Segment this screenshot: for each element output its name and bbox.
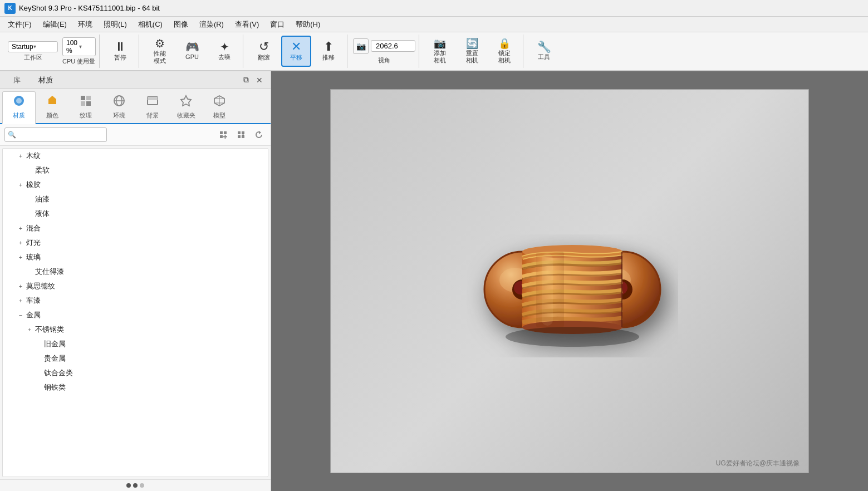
tab-color[interactable]: 颜色 (36, 92, 69, 123)
tumble-button[interactable]: ↺ 翻滚 (249, 36, 279, 67)
gpu-button[interactable]: 🎮 GPU (177, 36, 207, 67)
tree-item-blend[interactable]: + 混合 (3, 221, 268, 235)
tree-item-soft[interactable]: 柔软 (3, 163, 268, 178)
refresh-button[interactable] (252, 127, 266, 142)
panel-float-button[interactable]: ⧉ (239, 73, 253, 87)
tree-item-titanium[interactable]: 钛合金类 (3, 366, 268, 380)
library-tab-header[interactable]: 库 (4, 75, 30, 85)
library-tabs: 材质 颜色 纹理 环境 (0, 89, 271, 124)
menu-edit[interactable]: 编辑(E) (37, 17, 72, 32)
menu-window[interactable]: 窗口 (264, 17, 290, 32)
tree-item-rubber[interactable]: + 橡胶 (3, 178, 268, 192)
menu-image[interactable]: 图像 (168, 17, 194, 32)
tree-label-oldmetal: 旧金属 (44, 339, 268, 349)
pan-label: 平移 (290, 54, 302, 61)
performance-label: 性能模式 (154, 50, 166, 65)
workspace-select: Startup ▾ 工作区 (8, 36, 58, 67)
tree-item-stainless[interactable]: + 不锈钢类 (3, 322, 268, 337)
tree-label-axalta: 艾仕得漆 (35, 267, 268, 277)
expand-metal-icon: − (16, 311, 25, 320)
menu-file[interactable]: 文件(F) (2, 17, 37, 32)
tree-item-noble[interactable]: 贵金属 (3, 351, 268, 366)
denoise-button[interactable]: ✦ 去噪 (209, 36, 239, 67)
favorites-tab-icon (179, 94, 193, 110)
performance-button[interactable]: ⚙ 性能模式 (145, 36, 175, 67)
menu-lighting[interactable]: 照明(L) (98, 17, 133, 32)
add-camera-button[interactable]: 📷 添加相机 (425, 36, 455, 67)
lock-camera-label: 锁定相机 (498, 50, 511, 64)
lock-camera-button[interactable]: 🔒 锁定相机 (489, 36, 519, 67)
search-input[interactable] (4, 127, 107, 142)
material-tree: + 木纹 柔软 + 橡胶 油漆 液体 + 混合 (2, 148, 268, 477)
reset-camera-label: 重置相机 (466, 50, 478, 64)
tree-label-light: 灯光 (26, 238, 268, 248)
svg-point-43 (506, 327, 639, 347)
background-tab-icon (146, 94, 159, 110)
watermark-text: UG爱好者论坛@庆丰通视像 (716, 459, 800, 468)
main-area: 库 材质 ⧉ ✕ 材质 颜色 (0, 71, 868, 491)
dolly-icon: ⬆ (323, 41, 334, 53)
zoom-dropdown[interactable]: 100 % ▾ (62, 37, 96, 56)
tree-item-glass[interactable]: + 玻璃 (3, 250, 268, 264)
tab-environment-label: 环境 (113, 111, 125, 120)
tree-item-carlacquer[interactable]: + 车漆 (3, 293, 268, 308)
svg-rect-2 (81, 96, 85, 100)
tab-environment[interactable]: 环境 (102, 92, 136, 123)
tab-color-label: 颜色 (46, 111, 58, 120)
tree-item-wood[interactable]: + 木纹 (3, 149, 268, 163)
viewport-value: 2062.6 (376, 42, 398, 50)
reset-camera-button[interactable]: 🔄 重置相机 (457, 36, 487, 67)
tree-item-mold[interactable]: + 莫思德纹 (3, 279, 268, 293)
workspace-dropdown[interactable]: Startup ▾ (8, 41, 58, 52)
menu-help[interactable]: 帮助(H) (290, 17, 326, 32)
tools-button[interactable]: 🔧 工具 (529, 36, 559, 67)
tab-material-label: 材质 (13, 111, 25, 120)
tab-texture-label: 纹理 (80, 111, 92, 120)
tree-item-liquid[interactable]: 液体 (3, 207, 268, 221)
menu-view[interactable]: 查看(V) (229, 17, 264, 32)
expand-rubber-icon: + (16, 180, 25, 189)
tab-background[interactable]: 背景 (136, 92, 169, 123)
tree-item-axalta[interactable]: 艾仕得漆 (3, 264, 268, 279)
tree-item-paint[interactable]: 油漆 (3, 192, 268, 207)
panel-header: 库 材质 ⧉ ✕ (0, 71, 271, 89)
tree-label-glass: 玻璃 (26, 252, 268, 262)
dolly-label: 推移 (322, 54, 335, 61)
viewport[interactable]: UG爱好者论坛@庆丰通视像 (271, 71, 868, 491)
tab-favorites-label: 收藏夹 (177, 111, 195, 120)
create-material-button[interactable] (216, 127, 231, 142)
menu-camera[interactable]: 相机(C) (133, 17, 168, 32)
menu-render[interactable]: 渲染(R) (194, 17, 229, 32)
model-tab-icon (213, 94, 226, 110)
denoise-label: 去噪 (218, 53, 231, 61)
dolly-button[interactable]: ⬆ 推移 (313, 36, 344, 67)
search-bar: 🔍 (0, 124, 271, 146)
render-options-group: ⚙ 性能模式 🎮 GPU ✦ 去噪 (141, 35, 243, 68)
pause-button[interactable]: ⏸ 暂停 (105, 36, 135, 67)
tree-item-metal[interactable]: − 金属 (3, 308, 268, 322)
tree-item-light[interactable]: + 灯光 (3, 235, 268, 250)
pause-label: 暂停 (114, 54, 126, 61)
tree-item-old-metal[interactable]: 旧金属 (3, 337, 268, 351)
pan-icon: ✕ (291, 41, 301, 53)
viewport-icon: 📷 (353, 38, 369, 54)
toolbar: Startup ▾ 工作区 100 % ▾ CPU 使用量 ⏸ 暂停 ⚙ 性能模… (0, 32, 868, 71)
svg-rect-42 (621, 252, 622, 327)
camera-value-group: 📷 2062.6 视角 (353, 36, 415, 67)
tab-favorites[interactable]: 收藏夹 (169, 92, 203, 123)
tab-material[interactable]: 材质 (2, 91, 36, 124)
tab-texture[interactable]: 纹理 (69, 92, 102, 123)
menu-environment[interactable]: 环境 (72, 17, 98, 32)
svg-marker-26 (259, 131, 261, 134)
tab-model-label: 模型 (213, 111, 225, 120)
workspace-group: Startup ▾ 工作区 100 % ▾ CPU 使用量 (4, 35, 100, 68)
panel-close-button[interactable]: ✕ (253, 73, 266, 87)
tree-item-steel[interactable]: 钢铁类 (3, 380, 268, 395)
tree-label-mold: 莫思德纹 (26, 281, 268, 291)
tab-model[interactable]: 模型 (203, 92, 236, 123)
material-tab-header[interactable]: 材质 (30, 75, 62, 85)
scroll-indicator (0, 479, 271, 491)
tree-label-paint: 油漆 (35, 194, 268, 204)
search-filter-button[interactable] (234, 127, 248, 142)
pan-button[interactable]: ✕ 平移 (281, 36, 311, 67)
